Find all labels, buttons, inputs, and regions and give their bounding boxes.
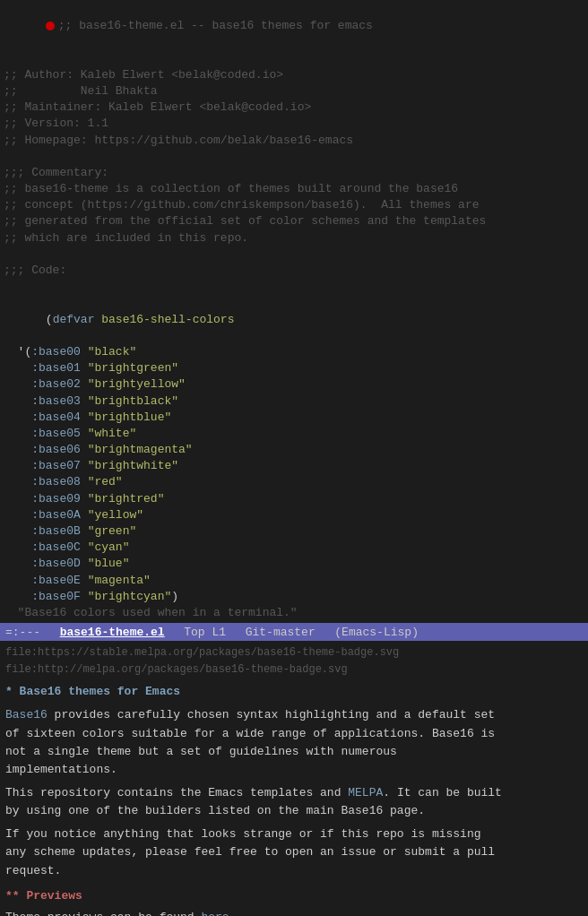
line-c4: ;; which are included in this repo. xyxy=(0,230,588,246)
line-version: ;; Version: 1.1 xyxy=(0,116,588,132)
status-branch-top: Git-master xyxy=(231,626,316,639)
issue-paragraph: If you notice anything that looks strang… xyxy=(5,825,583,879)
line-maintainer: ;; Maintainer: Kaleb Elwert <belak@coded… xyxy=(0,99,588,116)
repo-paragraph: This repository contains the Emacs templ… xyxy=(5,784,583,820)
badge-line-1[interactable]: file:https://stable.melpa.org/packages/b… xyxy=(5,644,583,661)
line-neil: ;; Neil Bhakta xyxy=(0,83,588,99)
main-heading: * Base16 themes for Emacs xyxy=(5,683,583,701)
base16-link[interactable]: Base16 xyxy=(5,708,48,722)
modified-indicator xyxy=(46,22,55,30)
line-commentary: ;;; Commentary: xyxy=(0,165,588,181)
line-base05: :base05 "white" xyxy=(0,426,588,442)
line-base06: :base06 "brightmagenta" xyxy=(0,442,588,458)
line-code-header: ;;; Code: xyxy=(0,263,588,279)
line-base02: :base02 "brightyellow" xyxy=(0,376,588,393)
line-blank-1 xyxy=(0,51,588,67)
line-base0e: :base0E "magenta" xyxy=(0,573,588,589)
line-base0b: :base0B "green" xyxy=(0,523,588,540)
line-base0f: :base0F "brightcyan") xyxy=(0,589,588,605)
status-filename-top: base16-theme.el xyxy=(60,626,165,639)
line-base09: :base09 "brightred" xyxy=(0,491,588,507)
previews-heading: ** Previews xyxy=(5,887,583,905)
status-bar-top: =:--- base16-theme.el Top L1 Git-master … xyxy=(0,623,588,641)
melpa-link[interactable]: MELPA xyxy=(348,786,383,799)
line-base01: :base01 "brightgreen" xyxy=(0,360,588,376)
line-base0a: :base0A "yellow" xyxy=(0,507,588,523)
line-base0c: :base0C "cyan" xyxy=(0,540,588,556)
status-position-top: Top L1 xyxy=(170,626,226,639)
line-blank-2 xyxy=(0,149,588,165)
line-c2: ;; concept (https://github.com/chriskemp… xyxy=(0,197,588,213)
line-blank-3 xyxy=(0,246,588,263)
line-base07: :base07 "brightwhite" xyxy=(0,458,588,474)
comment-text: ;; base16-theme.el -- base16 themes for … xyxy=(58,19,373,32)
status-mode-top: =:--- xyxy=(5,626,55,639)
line-base0d: :base0D "blue" xyxy=(0,556,588,572)
info-area: file:https://stable.melpa.org/packages/b… xyxy=(0,641,588,916)
line-defvar: (defvar base16-shell-colors xyxy=(0,295,588,344)
line-blank-4 xyxy=(0,279,588,295)
line-c1: ;; base16-theme is a collection of theme… xyxy=(0,181,588,197)
here-link[interactable]: here xyxy=(201,911,229,916)
line-base00: '(:base00 "black" xyxy=(0,344,588,360)
badge-line-2[interactable]: file:http://melpa.org/packages/base16-th… xyxy=(5,661,583,678)
line-1: ;; base16-theme.el -- base16 themes for … xyxy=(0,2,588,51)
previews-paragraph: Theme previews can be found here. xyxy=(5,909,583,916)
editor-top: ;; base16-theme.el -- base16 themes for … xyxy=(0,0,588,623)
line-homepage: ;; Homepage: https://github.com/belak/ba… xyxy=(0,133,588,149)
line-c3: ;; generated from the official set of co… xyxy=(0,213,588,229)
line-docstring: "Base16 colors used when in a terminal." xyxy=(0,605,588,621)
line-base08: :base08 "red" xyxy=(0,474,588,490)
line-author: ;; Author: Kaleb Elwert <belak@coded.io> xyxy=(0,67,588,83)
status-mode-name-top: (Emacs-Lisp) xyxy=(321,626,419,639)
line-base04: :base04 "brightblue" xyxy=(0,410,588,426)
intro-paragraph: Base16 provides carefully chosen syntax … xyxy=(5,706,583,779)
line-base03: :base03 "brightblack" xyxy=(0,393,588,410)
